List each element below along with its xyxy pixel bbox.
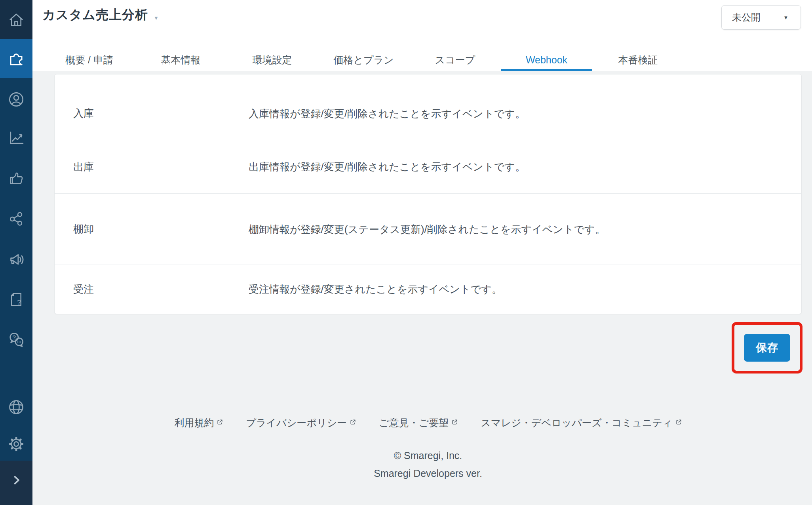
thumbs-up-icon (8, 170, 25, 187)
share-icon (8, 210, 25, 227)
user-icon (7, 90, 25, 109)
webhook-event-row-shukko: 出庫 出庫情報が登録/変更/削除されたことを示すイベントです。 (55, 140, 801, 193)
webhook-event-row-juchu: 受注 受注情報が登録/変更されたことを示すイベントです。 (55, 265, 801, 313)
event-description: 受注情報が登録/変更されたことを示すイベントです。 (249, 282, 621, 297)
tab-label: スコープ (435, 53, 475, 67)
page-title: カスタム売上分析 (42, 6, 148, 24)
title-dropdown-caret-icon[interactable]: ▼ (154, 15, 159, 21)
copyright-text: © Smaregi, Inc. (54, 450, 802, 461)
webhook-events-card: 入庫 入庫情報が登録/変更/削除されたことを示すイベントです。 出庫 出庫情報が… (54, 74, 802, 314)
sidebar-item-share[interactable] (0, 210, 32, 227)
version-text: Smaregi Developers ver. (54, 468, 802, 479)
tab-scope[interactable]: スコープ (409, 49, 501, 71)
tab-basic-info[interactable]: 基本情報 (135, 49, 226, 71)
main-content: 入庫 入庫情報が登録/変更/削除されたことを示すイベントです。 出庫 出庫情報が… (32, 71, 812, 505)
external-link-icon (676, 416, 682, 427)
toggle-knob (764, 290, 776, 301)
header: カスタム売上分析 ▼ 未公開 ▼ 概要 / 申請 基本情報 環境設定 価格とプラ… (32, 0, 812, 71)
tab-overview-application[interactable]: 概要 / 申請 (44, 49, 135, 71)
home-icon (7, 11, 25, 29)
publish-status-label[interactable]: 未公開 (722, 6, 771, 29)
event-label: 出庫 (55, 160, 249, 174)
annotation-highlight-red-box: 保存 (732, 322, 802, 374)
scrolled-row-sliver (55, 74, 801, 87)
tab-bar: 概要 / 申請 基本情報 環境設定 価格とプラン スコープ Webhook 本番… (44, 49, 684, 71)
event-description: 入庫情報が登録/変更/削除されたことを示すイベントです。 (249, 106, 621, 121)
external-link-icon (350, 416, 356, 427)
chart-icon (7, 129, 25, 147)
footer-link-terms[interactable]: 利用規約 (174, 416, 223, 429)
tab-label: Webhook (526, 54, 567, 66)
sidebar: ? ? (0, 0, 32, 505)
tab-label: 本番検証 (618, 53, 658, 67)
chevron-down-icon: ▼ (783, 15, 789, 21)
sidebar-item-language[interactable] (0, 398, 32, 416)
tab-label: 価格とプラン (333, 53, 394, 67)
tab-webhook[interactable]: Webhook (501, 49, 592, 71)
toggle-knob (764, 231, 776, 242)
footer-link-privacy-policy[interactable]: プライバシーポリシー (246, 416, 356, 429)
sidebar-item-reviews[interactable] (0, 170, 32, 187)
tab-production-verification[interactable]: 本番検証 (592, 49, 684, 71)
tab-environment-settings[interactable]: 環境設定 (226, 49, 318, 71)
sidebar-item-support[interactable]: ? (0, 331, 32, 349)
sidebar-item-home[interactable] (0, 11, 32, 29)
footer-link-label: 利用規約 (174, 416, 214, 429)
document-question-icon: ? (8, 291, 25, 308)
sidebar-item-announcements[interactable] (0, 250, 32, 269)
sidebar-item-account[interactable] (0, 90, 32, 109)
footer: 利用規約 プライバシーポリシー ご意見・ご要望 スマレジ・デベロッパーズ・コミュ… (54, 416, 802, 479)
megaphone-icon (7, 250, 25, 269)
sidebar-item-apps[interactable] (0, 49, 32, 68)
tab-label: 環境設定 (253, 53, 292, 67)
footer-link-label: ご意見・ご要望 (379, 416, 449, 429)
screen: ? ? (0, 0, 812, 505)
sidebar-item-analytics[interactable] (0, 129, 32, 147)
svg-text:?: ? (13, 334, 16, 341)
webhook-event-row-nyuko: 入庫 入庫情報が登録/変更/削除されたことを示すイベントです。 (55, 87, 801, 140)
globe-icon (7, 398, 25, 416)
publish-status-dropdown[interactable]: ▼ (771, 6, 801, 29)
footer-link-feedback[interactable]: ご意見・ご要望 (379, 416, 458, 429)
page-title-wrap: カスタム売上分析 ▼ (42, 6, 159, 24)
sidebar-item-settings[interactable] (0, 435, 32, 453)
puzzle-icon (7, 49, 26, 68)
svg-text:?: ? (17, 298, 21, 307)
chat-icon: ? (7, 331, 25, 349)
event-label: 受注 (55, 282, 249, 296)
footer-link-label: プライバシーポリシー (246, 416, 347, 429)
footer-link-label: スマレジ・デベロッパーズ・コミュニティ (481, 416, 672, 429)
event-label: 棚卸 (55, 222, 249, 236)
sidebar-item-docs[interactable]: ? (0, 291, 32, 308)
save-button[interactable]: 保存 (744, 334, 790, 362)
tab-pricing-plans[interactable]: 価格とプラン (318, 49, 409, 71)
external-link-icon (452, 416, 458, 427)
event-description: 出庫情報が登録/変更/削除されたことを示すイベントです。 (249, 159, 621, 174)
external-link-icon (217, 416, 223, 427)
toggle-knob (764, 115, 776, 126)
tab-label: 基本情報 (161, 53, 201, 67)
chevron-right-icon (10, 473, 23, 486)
toggle-knob (764, 168, 776, 179)
webhook-event-row-tanaoroshi: 棚卸 棚卸情報が登録/変更(ステータス更新)/削除されたことを示すイベントです。 (55, 193, 801, 265)
gear-icon (7, 435, 25, 453)
footer-link-community[interactable]: スマレジ・デベロッパーズ・コミュニティ (481, 416, 681, 429)
event-description: 棚卸情報が登録/変更(ステータス更新)/削除されたことを示すイベントです。 (249, 222, 621, 237)
publish-status-button: 未公開 ▼ (721, 5, 801, 30)
footer-links: 利用規約 プライバシーポリシー ご意見・ご要望 スマレジ・デベロッパーズ・コミュ… (54, 416, 802, 429)
tab-label: 概要 / 申請 (65, 53, 113, 67)
sidebar-expand-button[interactable] (0, 473, 32, 486)
event-label: 入庫 (55, 107, 249, 120)
